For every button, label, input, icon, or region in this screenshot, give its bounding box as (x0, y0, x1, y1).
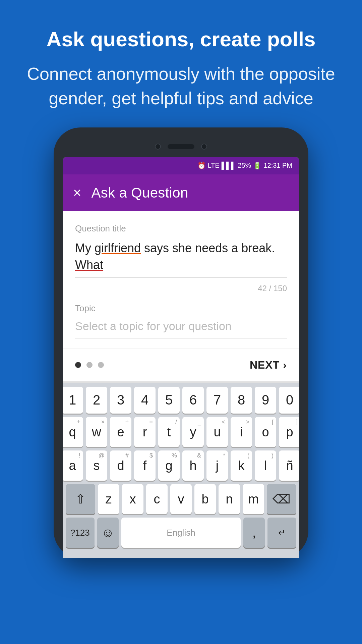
app-toolbar: × Ask a Question (63, 174, 299, 211)
alarm-icon: ⏰ (197, 162, 206, 170)
key-j[interactable]: *j (206, 450, 228, 481)
key-r[interactable]: =r (134, 417, 156, 447)
question-text-middle: says she needs a break. (141, 241, 275, 255)
key-z[interactable]: z (98, 484, 119, 514)
key-u[interactable]: <u (206, 417, 228, 447)
question-input-wrapper[interactable]: My girlfriend says she needs a break. Wh… (75, 240, 287, 278)
keyboard-row-3: ⇧ z x c v b n m ⌫ (66, 484, 296, 514)
topic-section: Topic Select a topic for your question (75, 300, 287, 348)
key-t[interactable]: /t (158, 417, 180, 447)
key-a[interactable]: !a (63, 450, 83, 481)
key-n-tilde[interactable]: ñ (279, 450, 299, 481)
phone-frame: ⏰ LTE ▌▌▌ 25% 🔋 12:31 PM × Ask a Questio… (54, 127, 308, 558)
key-x[interactable]: x (122, 484, 143, 514)
sensor (201, 144, 207, 150)
key-g[interactable]: %g (158, 450, 180, 481)
key-6[interactable]: 6 (182, 387, 204, 414)
lte-label: LTE (208, 162, 220, 169)
keyboard-row-2: !a @s #d $f %g &h *j (k )l ñ (66, 450, 296, 481)
key-b[interactable]: b (194, 484, 216, 514)
key-e[interactable]: ÷e (110, 417, 131, 447)
key-0[interactable]: 0 (279, 387, 299, 414)
key-o[interactable]: [o (255, 417, 276, 447)
question-text-part1: My (75, 241, 95, 255)
earpiece-speaker (168, 144, 194, 149)
shift-key[interactable]: ⇧ (66, 484, 95, 514)
promo-section: Ask questions, create polls Connect anon… (0, 0, 362, 124)
topic-placeholder: Select a topic for your question (75, 320, 287, 333)
key-d[interactable]: #d (110, 450, 131, 481)
key-h[interactable]: &h (182, 450, 204, 481)
keyboard: 1 2 3 4 5 6 7 8 9 0 +q ×w ÷e =r / (63, 383, 299, 558)
keyboard-number-row: 1 2 3 4 5 6 7 8 9 0 (66, 387, 296, 414)
key-m[interactable]: m (243, 484, 264, 514)
emoji-key[interactable]: ☺ (97, 518, 119, 548)
question-text-what: What (75, 258, 103, 272)
key-i[interactable]: >i (231, 417, 252, 447)
key-c[interactable]: c (146, 484, 168, 514)
dot-1 (75, 362, 81, 368)
close-button[interactable]: × (73, 186, 81, 200)
enter-key[interactable]: ↵ (267, 518, 296, 548)
key-y[interactable]: _y (182, 417, 204, 447)
key-n[interactable]: n (219, 484, 240, 514)
char-count: 42 / 150 (75, 281, 287, 300)
key-1[interactable]: 1 (63, 387, 83, 414)
key-q[interactable]: +q (63, 417, 83, 447)
key-k[interactable]: (k (231, 450, 252, 481)
status-bar: ⏰ LTE ▌▌▌ 25% 🔋 12:31 PM (63, 157, 299, 174)
toolbar-title: Ask a Question (92, 185, 188, 201)
nav-row: NEXT › (63, 348, 299, 381)
key-f[interactable]: $f (134, 450, 156, 481)
backspace-key[interactable]: ⌫ (267, 484, 296, 514)
dot-2 (86, 362, 93, 368)
space-key[interactable]: English (121, 518, 241, 548)
key-4[interactable]: 4 (134, 387, 156, 414)
pagination-dots (75, 362, 104, 368)
key-5[interactable]: 5 (158, 387, 180, 414)
key-7[interactable]: 7 (206, 387, 228, 414)
key-w[interactable]: ×w (86, 417, 107, 447)
next-button[interactable]: NEXT › (250, 359, 287, 371)
form-area: Question title My girlfriend says she ne… (63, 211, 299, 348)
key-2[interactable]: 2 (86, 387, 107, 414)
topic-field[interactable]: Select a topic for your question (75, 320, 287, 338)
phone-top-bar (63, 138, 299, 157)
question-label: Question title (75, 223, 287, 234)
front-camera (155, 144, 161, 150)
symbols-key[interactable]: ?123 (66, 518, 95, 548)
key-s[interactable]: @s (86, 450, 107, 481)
battery-percent: 25% (238, 162, 251, 169)
key-p[interactable]: ]p (279, 417, 299, 447)
battery-icon: 🔋 (253, 162, 261, 170)
keyboard-bottom-row: ?123 ☺ English , ↵ (66, 518, 296, 548)
dot-3 (98, 362, 104, 368)
status-icons: ⏰ LTE ▌▌▌ 25% 🔋 12:31 PM (197, 162, 292, 170)
topic-label: Topic (75, 303, 287, 314)
phone-wrapper: ⏰ LTE ▌▌▌ 25% 🔋 12:31 PM × Ask a Questio… (54, 127, 308, 558)
comma-key[interactable]: , (243, 518, 265, 548)
signal-icon: ▌▌▌ (222, 162, 236, 169)
time-display: 12:31 PM (263, 162, 292, 169)
promo-title: Ask questions, create polls (20, 27, 342, 52)
next-label: NEXT (250, 359, 280, 371)
key-3[interactable]: 3 (110, 387, 131, 414)
chevron-right-icon: › (283, 359, 287, 371)
question-text: My girlfriend says she needs a break. Wh… (75, 240, 287, 274)
key-8[interactable]: 8 (231, 387, 252, 414)
keyboard-row-1: +q ×w ÷e =r /t _y <u >i [o ]p (66, 417, 296, 447)
key-v[interactable]: v (170, 484, 192, 514)
key-l[interactable]: )l (255, 450, 276, 481)
phone-screen: ⏰ LTE ▌▌▌ 25% 🔋 12:31 PM × Ask a Questio… (63, 157, 299, 558)
question-text-girlfriend: girlfriend (95, 241, 141, 255)
promo-subtitle: Connect anonymously with the opposite ge… (20, 62, 342, 111)
key-9[interactable]: 9 (255, 387, 276, 414)
